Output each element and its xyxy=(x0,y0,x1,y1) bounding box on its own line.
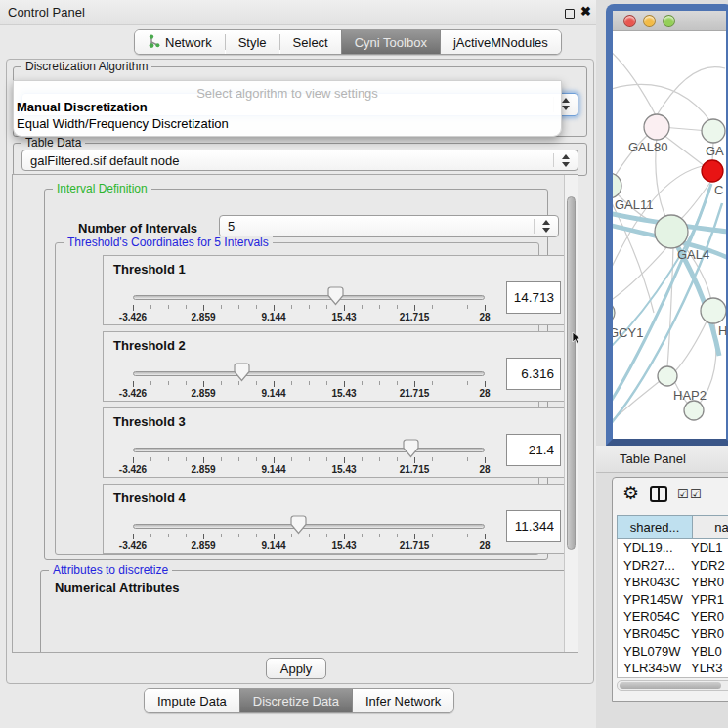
cell-shared-name[interactable]: YPR145W xyxy=(618,591,683,609)
slider-track[interactable] xyxy=(133,371,485,376)
axis-tick-label: 15.43 xyxy=(313,464,375,475)
network-node-gcy1[interactable] xyxy=(613,302,615,323)
interval-definition-group: Interval Definition Number of Intervals … xyxy=(44,189,548,560)
cell-shared-name[interactable]: YER054C xyxy=(618,608,683,625)
tab-jactivemnodules[interactable]: jActiveMNodules xyxy=(441,30,561,54)
top-tab-bar: Network Style Select Cyni Toolbox jActiv… xyxy=(134,29,562,55)
cell-shared-name[interactable]: YDR27... xyxy=(618,557,683,575)
tab-select[interactable]: Select xyxy=(280,30,341,54)
threshold-value-input[interactable] xyxy=(506,510,561,542)
slider-thumb[interactable] xyxy=(327,286,344,306)
float-window-icon[interactable] xyxy=(565,9,575,19)
network-node-h[interactable] xyxy=(701,298,726,323)
slider-track[interactable] xyxy=(133,524,485,529)
slider-track[interactable] xyxy=(133,448,485,452)
close-icon[interactable]: ✖ xyxy=(580,4,591,19)
table-row[interactable]: YLR345WYLR3 xyxy=(618,660,728,677)
tab-cyni-toolbox[interactable]: Cyni Toolbox xyxy=(341,30,441,54)
combo-stepper-icon xyxy=(534,219,550,234)
zoom-traffic-light-icon[interactable] xyxy=(663,15,675,27)
network-node-hap2[interactable] xyxy=(658,366,677,386)
network-canvas[interactable]: GAL80GACGAL11GAL4GCY1HHAP2 xyxy=(613,31,726,439)
bottom-tab-infer-network[interactable]: Infer Network xyxy=(353,689,453,712)
cell-shared-name[interactable]: YIL052C xyxy=(618,677,683,678)
network-node-gal4[interactable] xyxy=(655,215,688,248)
cell-shared-name[interactable]: YBR043C xyxy=(618,574,683,591)
number-of-intervals-combobox[interactable]: 5 xyxy=(219,215,559,237)
close-traffic-light-icon[interactable] xyxy=(623,15,636,27)
table-data-combobox[interactable]: galFiltered.sif default node xyxy=(21,150,578,171)
table-row[interactable]: YDR27...YDR2 xyxy=(618,557,728,575)
network-window-titlebar xyxy=(613,11,726,31)
network-node[interactable] xyxy=(684,401,704,420)
table-row[interactable]: YBR043CYBR0 xyxy=(618,574,728,591)
apply-button[interactable]: Apply xyxy=(266,658,326,679)
scrollbar-thumb[interactable] xyxy=(567,196,576,550)
network-node-c[interactable] xyxy=(702,160,723,182)
slider-track[interactable] xyxy=(133,295,485,300)
axis-tick-label: 15.43 xyxy=(313,312,375,322)
network-node-gal80[interactable] xyxy=(644,114,669,140)
table-row[interactable]: YPR145WYPR1 xyxy=(618,591,728,609)
cell-shared-name[interactable]: YBL079W xyxy=(618,643,683,661)
cell-name[interactable]: YER0 xyxy=(683,608,728,625)
threshold-value-input[interactable] xyxy=(506,281,561,314)
gear-icon[interactable]: ⚙ xyxy=(622,482,639,504)
table-row[interactable]: YBR045CYBR0 xyxy=(618,625,728,643)
settings-vertical-scrollbar[interactable] xyxy=(564,175,578,652)
threshold-value-input[interactable] xyxy=(506,358,561,390)
table-rows[interactable]: YDL19...YDL1YDR27...YDR2YBR043CYBR0YPR14… xyxy=(617,539,728,678)
table-row[interactable]: YIL052CYIL0 xyxy=(618,677,728,678)
popup-placeholder-item[interactable]: Select algorithm to view settings xyxy=(14,81,561,99)
split-columns-icon[interactable] xyxy=(650,486,667,506)
threshold-label: Threshold 3 xyxy=(113,414,186,429)
slider-thumb[interactable] xyxy=(290,515,307,535)
bottom-tab-discretize-data[interactable]: Discretize Data xyxy=(239,689,353,712)
network-node-ga[interactable] xyxy=(702,119,725,143)
threshold-panel: Threshold 1 -3.4262.8599.14415.4321.7152… xyxy=(103,255,570,325)
popup-option-manual-discretization[interactable]: Manual Discretization xyxy=(14,99,561,115)
slider-thumb[interactable] xyxy=(403,439,419,458)
popup-option-equal-width-frequency[interactable]: Equal Width/Frequency Discretization xyxy=(14,115,561,132)
cell-shared-name[interactable]: YDL19... xyxy=(618,539,683,557)
settings-scroll-pane: Interval Definition Number of Intervals … xyxy=(12,174,578,653)
table-panel-title: Table Panel xyxy=(620,451,686,466)
axis-tick-label: 28 xyxy=(453,312,516,322)
algorithm-dropdown-popup: Select algorithm to view settings Manual… xyxy=(13,80,562,137)
checkbox-icon[interactable]: ☑ xyxy=(690,487,702,501)
column-header-shared-name[interactable]: shared... xyxy=(617,515,693,539)
cell-name[interactable]: YBR0 xyxy=(683,625,728,643)
axis-tick-label: 21.715 xyxy=(383,464,446,475)
table-horizontal-scrollbar[interactable] xyxy=(617,680,728,691)
cell-shared-name[interactable]: YBR045C xyxy=(618,625,683,643)
axis-tick-label: 2.859 xyxy=(172,464,235,475)
cell-name[interactable]: YBL0 xyxy=(683,643,728,661)
tab-select-label: Select xyxy=(293,35,328,50)
network-node-gal11[interactable] xyxy=(613,173,621,198)
table-panel-header-bar: Table Panel xyxy=(596,446,728,473)
table-row[interactable]: YDL19...YDL1 xyxy=(618,539,728,557)
cell-name[interactable]: YBR0 xyxy=(683,574,728,591)
tab-network[interactable]: Network xyxy=(135,30,225,54)
cell-shared-name[interactable]: YLR345W xyxy=(618,660,683,677)
number-of-intervals-value: 5 xyxy=(228,219,235,234)
cell-name[interactable]: YDL1 xyxy=(683,539,728,557)
cell-name[interactable]: YIL0 xyxy=(683,677,728,678)
threshold-panel: Threshold 3 -3.4262.8599.14415.4321.7152… xyxy=(103,407,570,478)
cell-name[interactable]: YDR2 xyxy=(683,557,728,575)
threshold-value-input[interactable] xyxy=(506,434,561,466)
combo-stepper-icon xyxy=(553,153,570,167)
table-row[interactable]: YBL079WYBL0 xyxy=(618,643,728,661)
table-row[interactable]: YER054CYER0 xyxy=(618,608,728,625)
tab-style[interactable]: Style xyxy=(226,30,279,54)
column-header-name[interactable]: na xyxy=(693,515,728,539)
axis-tick-label: -3.426 xyxy=(102,464,164,475)
slider-thumb[interactable] xyxy=(234,363,250,382)
bottom-tab-impute-data[interactable]: Impute Data xyxy=(145,689,239,712)
checkbox-icon[interactable]: ☑ xyxy=(677,487,689,501)
cell-name[interactable]: YPR1 xyxy=(683,591,728,609)
cell-name[interactable]: YLR3 xyxy=(683,660,728,677)
axis-tick-label: 2.859 xyxy=(172,540,235,551)
minimize-traffic-light-icon[interactable] xyxy=(643,15,656,27)
axis-tick-label: 9.144 xyxy=(242,540,305,551)
